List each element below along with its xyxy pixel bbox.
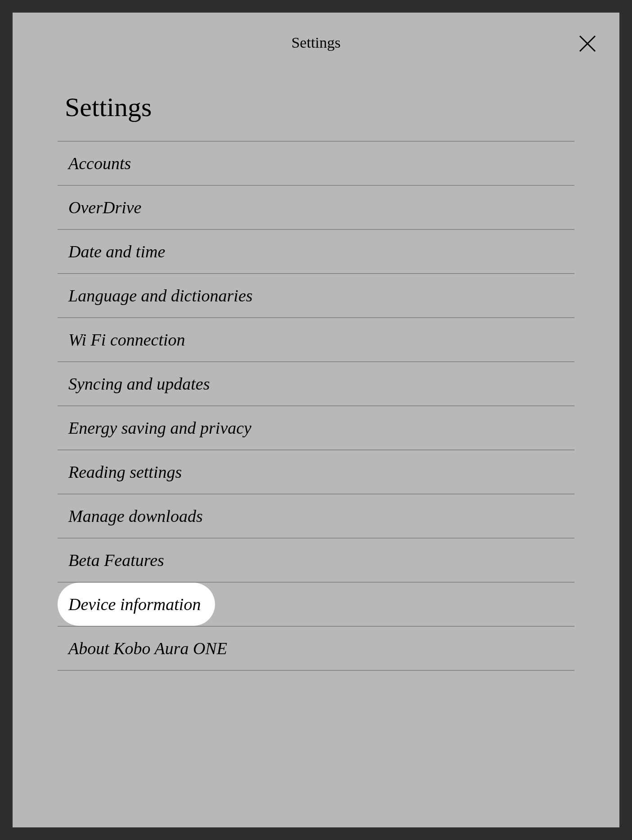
content: Settings Accounts OverDrive Date and tim… — [13, 65, 619, 671]
settings-item-label: Language and dictionaries — [68, 286, 253, 305]
settings-item-label: Manage downloads — [68, 507, 203, 526]
settings-item-about[interactable]: About Kobo Aura ONE — [58, 626, 574, 671]
settings-item-wifi[interactable]: Wi Fi connection — [58, 317, 574, 361]
header: Settings — [13, 13, 619, 65]
settings-item-label: Beta Features — [68, 551, 164, 570]
settings-screen: Settings Settings Accounts OverDrive — [13, 13, 619, 827]
settings-item-label: OverDrive — [68, 198, 141, 217]
settings-item-label: Energy saving and privacy — [68, 418, 251, 437]
settings-item-date-time[interactable]: Date and time — [58, 229, 574, 273]
header-title: Settings — [291, 34, 341, 51]
close-icon — [578, 34, 597, 53]
settings-item-accounts[interactable]: Accounts — [58, 141, 574, 185]
settings-item-label: Date and time — [68, 242, 165, 261]
settings-item-label: Reading settings — [68, 463, 182, 481]
settings-item-label: About Kobo Aura ONE — [68, 639, 227, 658]
settings-item-label: Syncing and updates — [68, 374, 210, 393]
settings-item-language[interactable]: Language and dictionaries — [58, 273, 574, 317]
settings-item-reading[interactable]: Reading settings — [58, 449, 574, 494]
settings-item-device-info[interactable]: Device information — [58, 582, 574, 626]
settings-item-syncing[interactable]: Syncing and updates — [58, 361, 574, 405]
page-title: Settings — [58, 92, 574, 141]
settings-item-label: Wi Fi connection — [68, 330, 185, 349]
settings-item-label: Device information — [68, 595, 201, 614]
settings-item-overdrive[interactable]: OverDrive — [58, 185, 574, 229]
close-button[interactable] — [578, 34, 597, 53]
settings-item-label: Accounts — [68, 154, 131, 173]
settings-item-downloads[interactable]: Manage downloads — [58, 494, 574, 538]
settings-item-beta[interactable]: Beta Features — [58, 538, 574, 582]
settings-list: Accounts OverDrive Date and time Languag… — [58, 141, 574, 671]
settings-item-energy-privacy[interactable]: Energy saving and privacy — [58, 405, 574, 449]
